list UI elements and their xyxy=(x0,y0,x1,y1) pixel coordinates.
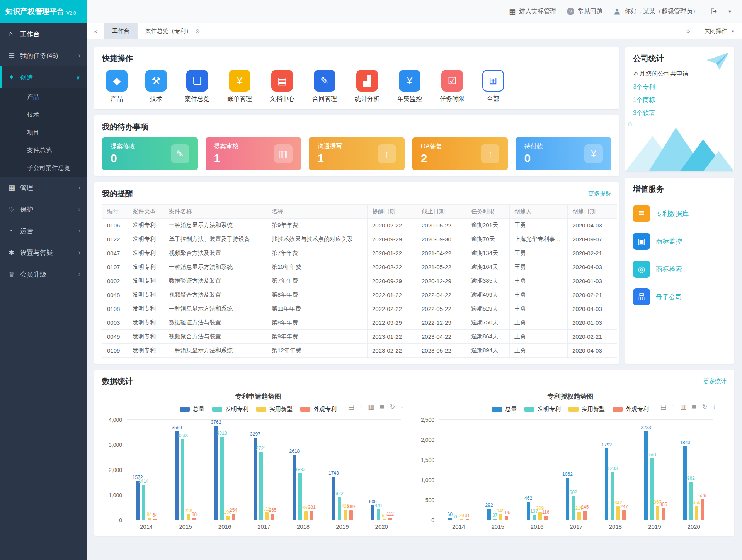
more-stats-link[interactable]: 更多统计 xyxy=(703,378,727,385)
sidebar-subitem-project[interactable]: 项目 xyxy=(0,124,87,141)
bar[interactable] xyxy=(644,431,648,520)
quick-action-all[interactable]: ⊞全部 xyxy=(482,70,504,103)
company-stat-link-1[interactable]: 3个专利 xyxy=(633,83,727,91)
legend-item[interactable]: 外观专利 xyxy=(300,406,337,413)
bar[interactable] xyxy=(192,518,196,520)
legend-item[interactable]: 发明专利 xyxy=(524,406,561,413)
data-view-icon[interactable]: ▤ xyxy=(348,403,354,411)
bar[interactable] xyxy=(505,516,508,520)
download-icon[interactable]: ↓ xyxy=(400,403,404,411)
quick-action-fee-monitor[interactable]: ¥年费监控 xyxy=(397,70,422,103)
quick-action-case-overview[interactable]: ❏案件总览 xyxy=(185,70,209,103)
table-row[interactable]: 0048发明专利视频聚合方法及装置第8年年费2022-01-222022-04-… xyxy=(102,288,617,302)
tab-workbench[interactable]: 工作台 xyxy=(104,23,138,39)
bar[interactable] xyxy=(605,448,608,520)
bar[interactable] xyxy=(259,452,263,520)
stacked-icon[interactable]: ≣ xyxy=(691,403,697,411)
bar[interactable] xyxy=(349,510,353,520)
bar[interactable] xyxy=(332,477,335,520)
bar[interactable] xyxy=(293,455,296,520)
bar[interactable] xyxy=(662,508,665,520)
bar[interactable] xyxy=(383,519,386,520)
bar[interactable] xyxy=(181,439,184,520)
table-row[interactable]: 0108发明专利一种消息显示方法和系统第11年年费2022-02-222022-… xyxy=(102,302,617,316)
sidebar-item-protect[interactable]: ♡保护› xyxy=(0,199,87,220)
bar[interactable] xyxy=(377,509,380,520)
legend-item[interactable]: 发明专利 xyxy=(212,406,248,413)
quick-action-tech[interactable]: ⚒技术 xyxy=(145,70,167,103)
bar[interactable] xyxy=(538,512,542,520)
bar[interactable] xyxy=(487,509,491,520)
data-view-icon[interactable]: ▤ xyxy=(660,403,667,411)
tab-scroll-left[interactable]: « xyxy=(87,23,104,39)
bar[interactable] xyxy=(310,511,313,520)
bar[interactable] xyxy=(527,502,530,520)
bar[interactable] xyxy=(371,505,374,520)
bar[interactable] xyxy=(683,446,687,520)
bar[interactable] xyxy=(214,426,218,520)
bar[interactable] xyxy=(533,515,536,520)
company-stat-link-2[interactable]: 1个商标 xyxy=(633,96,727,104)
sidebar-item-upgrade[interactable]: ♕会员升级› xyxy=(0,263,87,285)
sidebar-item-workbench[interactable]: ⌂工作台 xyxy=(0,23,87,45)
bar[interactable] xyxy=(338,497,341,520)
bar[interactable] xyxy=(650,458,654,520)
bar[interactable] xyxy=(220,437,224,520)
quick-action-product[interactable]: ◆产品 xyxy=(106,70,128,103)
bar[interactable] xyxy=(271,514,274,520)
todo-card-pending-payment[interactable]: 待付款0¥ xyxy=(516,137,611,170)
quick-action-billing[interactable]: ¥账单管理 xyxy=(227,70,252,103)
sidebar-subitem-tech[interactable]: 技术 xyxy=(0,106,87,124)
sidebar-subitem-subsidiary-cases[interactable]: 子公司案件总览 xyxy=(0,159,87,177)
bar[interactable] xyxy=(572,496,575,520)
bar[interactable] xyxy=(142,485,145,520)
bar[interactable] xyxy=(148,518,151,520)
legend-item[interactable]: 实用新型 xyxy=(568,406,605,413)
sidebar-item-create[interactable]: ✦创造∨ xyxy=(0,66,87,88)
table-row[interactable]: 0047发明专利视频聚合方法及装置第7年年费2020-01-222021-04-… xyxy=(102,246,617,260)
restore-icon[interactable]: ↻ xyxy=(390,403,395,411)
bar[interactable] xyxy=(583,511,587,520)
bar-chart-icon[interactable]: ▥ xyxy=(368,403,374,411)
bar[interactable] xyxy=(544,516,548,520)
bar[interactable] xyxy=(298,473,302,520)
bar[interactable] xyxy=(656,506,659,520)
tab-case-overview-patent[interactable]: 案件总览（专利）⊗ xyxy=(138,23,208,39)
quick-action-stats-analysis[interactable]: ▟统计分析 xyxy=(355,70,380,103)
tab-scroll-right[interactable]: » xyxy=(679,23,697,39)
table-row[interactable]: 0049发明专利视频聚合方法与装置第9年年费2023-01-222023-04-… xyxy=(102,330,617,344)
quick-action-task-deadline[interactable]: ☑任务时限 xyxy=(440,70,465,103)
table-row[interactable]: 0122发明专利单手控制方法、装置及手持设备找技术效果与技术点的对应关系2020… xyxy=(102,232,617,246)
bar[interactable] xyxy=(616,506,620,520)
todo-card-proposal-review[interactable]: 提案审核1▥ xyxy=(206,137,301,170)
bar[interactable] xyxy=(499,514,502,520)
header-item-faq[interactable]: ?常见问题 xyxy=(567,7,602,15)
table-row[interactable]: 0106发明专利一种消息显示方法和系统第9年年费2020-02-222020-0… xyxy=(102,219,617,232)
legend-item[interactable]: 实用新型 xyxy=(256,406,293,413)
sidebar-item-settings[interactable]: ✱设置与答疑› xyxy=(0,242,87,263)
bar[interactable] xyxy=(344,510,347,520)
restore-icon[interactable]: ↻ xyxy=(702,403,707,411)
logout-icon[interactable] xyxy=(710,8,717,15)
bar[interactable] xyxy=(466,519,469,520)
stacked-icon[interactable]: ≣ xyxy=(379,403,385,411)
bar[interactable] xyxy=(153,519,157,520)
header-item-user[interactable]: 你好，某某（超级管理员） xyxy=(613,7,699,15)
bar[interactable] xyxy=(695,506,698,520)
bar[interactable] xyxy=(622,510,626,520)
todo-card-proposal-edit[interactable]: 提案修改0✎ xyxy=(102,137,198,170)
sidebar-subitem-product[interactable]: 产品 xyxy=(0,88,87,106)
bar[interactable] xyxy=(232,514,235,520)
bar[interactable] xyxy=(388,518,392,520)
bar[interactable] xyxy=(493,519,497,520)
table-row[interactable]: 0003发明专利数据验证方法与装置第8年年费2022-09-292022-12-… xyxy=(102,316,617,330)
table-row[interactable]: 0109发明专利一种消息显示方法和系统第12年年费2023-02-222023-… xyxy=(102,344,617,358)
sidebar-item-operate[interactable]: ◔运营› xyxy=(0,220,87,242)
service-parent-subsidiary[interactable]: 品母子公司 xyxy=(633,288,727,305)
company-stat-link-3[interactable]: 3个软著 xyxy=(633,109,727,117)
todo-card-oa-reply[interactable]: OA答复2↑ xyxy=(412,137,508,170)
sidebar-subitem-case-overview[interactable]: 案件总览 xyxy=(0,141,87,159)
table-row[interactable]: 0107发明专利一种消息显示方法和系统第10年年费2020-02-222021-… xyxy=(102,260,617,274)
line-chart-icon[interactable]: ≈ xyxy=(359,403,363,411)
bar[interactable] xyxy=(175,431,179,520)
